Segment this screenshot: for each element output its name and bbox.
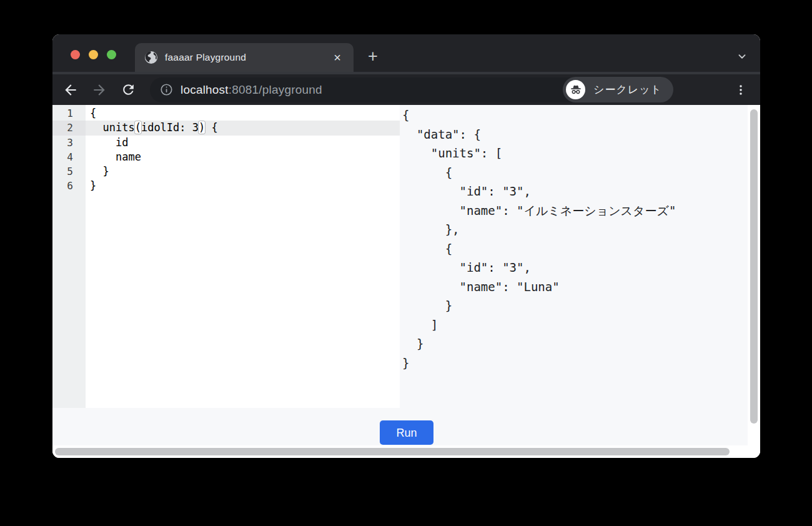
response-line: } bbox=[402, 296, 737, 315]
horizontal-scrollbar-thumb[interactable] bbox=[55, 448, 730, 455]
response-line: ] bbox=[402, 315, 737, 335]
url-path: :8081/playground bbox=[229, 83, 322, 96]
response-line: } bbox=[402, 334, 737, 354]
back-button[interactable] bbox=[61, 80, 81, 100]
gutter-line-number: 1 bbox=[52, 106, 86, 121]
browser-tab[interactable]: faaaar Playground × bbox=[135, 43, 354, 72]
gutter-line-number: 3 bbox=[52, 136, 86, 150]
response-line: "id": "3", bbox=[402, 182, 737, 201]
traffic-light-minimize[interactable] bbox=[89, 50, 98, 59]
editor-line: { bbox=[86, 106, 400, 121]
query-editor[interactable]: 123456 { units(idolId: 3) { id name }} bbox=[52, 105, 400, 408]
editor-code[interactable]: { units(idolId: 3) { id name }} bbox=[86, 105, 400, 408]
editor-line: units(idolId: 3) { bbox=[86, 121, 400, 135]
horizontal-scrollbar[interactable] bbox=[52, 445, 760, 458]
matching-bracket: ( bbox=[135, 121, 141, 134]
gutter-line-number: 2 bbox=[52, 121, 86, 135]
gutter-line-number: 5 bbox=[52, 164, 86, 179]
editor-line: } bbox=[86, 179, 400, 193]
menu-dots-icon[interactable] bbox=[734, 83, 748, 97]
browser-window: faaaar Playground × + loc bbox=[52, 34, 760, 458]
site-info-icon[interactable] bbox=[159, 82, 174, 97]
vertical-scrollbar[interactable] bbox=[748, 105, 760, 445]
response-line: { bbox=[402, 106, 737, 125]
page-content: 123456 { units(idolId: 3) { id name }} {… bbox=[52, 105, 760, 445]
traffic-light-close[interactable] bbox=[71, 50, 80, 59]
new-tab-button[interactable]: + bbox=[365, 49, 381, 65]
response-line: "id": "3", bbox=[402, 258, 737, 277]
tab-strip: faaaar Playground × + bbox=[52, 34, 760, 72]
response-line: "name": "Luna" bbox=[402, 277, 737, 297]
run-button[interactable]: Run bbox=[380, 420, 433, 445]
response-line: } bbox=[402, 354, 737, 373]
response-line: "name": "イルミネーションスターズ" bbox=[402, 201, 737, 221]
editor-line: name bbox=[86, 150, 400, 164]
toolbar: localhost:8081/playground シークレット bbox=[52, 74, 760, 105]
chevron-down-icon[interactable] bbox=[735, 49, 749, 63]
matching-bracket: ) bbox=[199, 121, 205, 134]
response-line: { bbox=[402, 239, 737, 259]
editor-gutter: 123456 bbox=[52, 105, 86, 408]
url-host: localhost bbox=[181, 83, 229, 96]
response-line: }, bbox=[402, 220, 737, 239]
gutter-line-number: 6 bbox=[52, 179, 86, 193]
globe-favicon-icon bbox=[144, 50, 159, 65]
forward-button[interactable] bbox=[89, 80, 109, 100]
response-line: "units": [ bbox=[402, 144, 737, 163]
tab-title: faaaar Playground bbox=[165, 52, 246, 63]
reload-button[interactable] bbox=[118, 80, 138, 100]
tab-close-button[interactable]: × bbox=[330, 51, 345, 64]
response-line: { bbox=[402, 163, 737, 182]
response-line: "data": { bbox=[402, 125, 737, 144]
traffic-light-zoom[interactable] bbox=[107, 50, 116, 59]
response-pane: { "data": { "units": [ { "id": "3", "nam… bbox=[400, 105, 737, 445]
vertical-scrollbar-thumb[interactable] bbox=[750, 109, 758, 424]
editor-line: id bbox=[86, 136, 400, 150]
gutter-line-number: 4 bbox=[52, 150, 86, 164]
incognito-badge: シークレット bbox=[563, 77, 673, 102]
url-bar[interactable]: localhost:8081/playground bbox=[150, 77, 611, 102]
incognito-icon bbox=[566, 80, 585, 99]
url-text: localhost:8081/playground bbox=[181, 83, 322, 97]
editor-line: } bbox=[86, 164, 400, 179]
incognito-label: シークレット bbox=[593, 82, 662, 97]
